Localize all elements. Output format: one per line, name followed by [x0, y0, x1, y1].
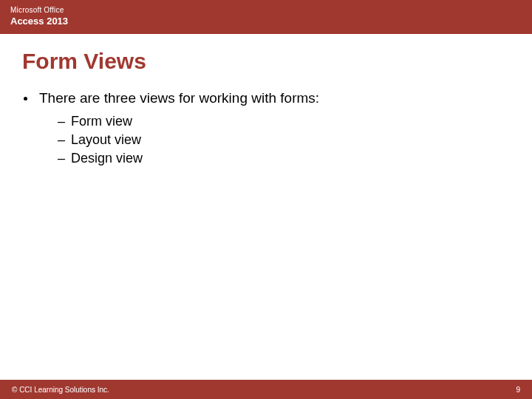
dash-icon: – — [58, 132, 65, 148]
dash-icon: – — [58, 151, 65, 166]
sub-bullet: –Layout view — [58, 132, 532, 148]
copyright-text: © CCI Learning Solutions Inc. — [12, 386, 109, 394]
slide-title: Form Views — [22, 49, 532, 74]
product-label: Access 2013 — [10, 16, 522, 27]
main-bullet-text: There are three views for working with f… — [39, 90, 319, 106]
sub-bullet-text: Layout view — [71, 132, 141, 147]
brand-label: Microsoft Office — [10, 6, 522, 14]
header-bar: Microsoft Office Access 2013 — [0, 0, 532, 34]
main-bullet: There are three views for working with f… — [24, 90, 532, 106]
sub-bullet: –Form view — [58, 114, 532, 129]
sub-bullet-text: Form view — [71, 114, 132, 129]
page-number: 9 — [516, 386, 520, 394]
sub-bullet: –Design view — [58, 151, 532, 166]
dash-icon: – — [58, 114, 65, 129]
footer-bar: © CCI Learning Solutions Inc. 9 — [0, 380, 532, 399]
slide: Microsoft Office Access 2013 Form Views … — [0, 0, 532, 399]
sub-bullet-text: Design view — [71, 151, 143, 166]
bullet-icon — [24, 97, 27, 100]
content-area: There are three views for working with f… — [24, 90, 532, 166]
sub-bullet-list: –Form view –Layout view –Design view — [58, 114, 532, 166]
